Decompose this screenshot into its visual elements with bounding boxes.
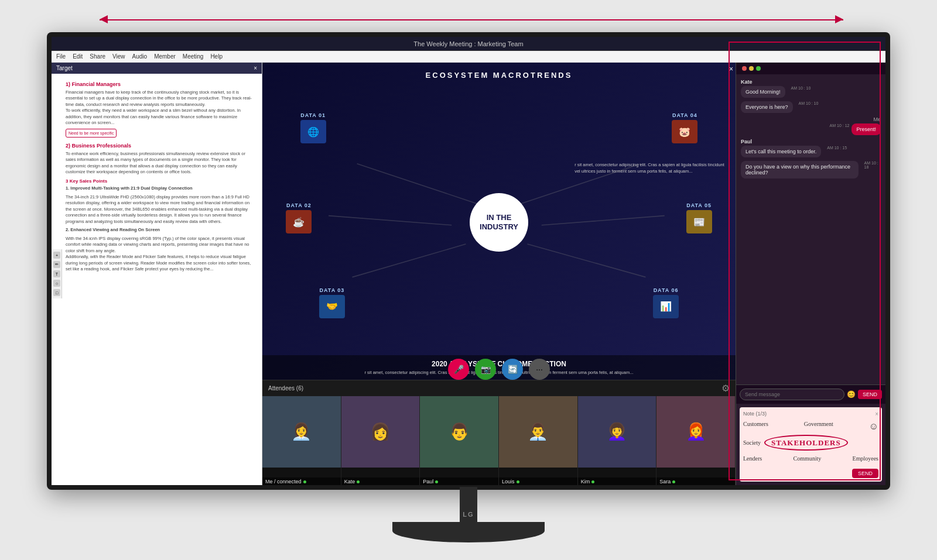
doc-key-point-2-text: With the 34-icnh IPS display covering sR… — [66, 236, 256, 273]
note-panel: Note (1/3) × Customers Government — [740, 407, 882, 482]
attendee-sara-name: Sara — [656, 477, 735, 485]
note-send-button[interactable]: SEND — [852, 469, 878, 478]
attendee-kate-name: Kate — [341, 477, 420, 485]
attendees-grid: 👩‍💼 Me / connected 👩 Kate 👨 Paul — [262, 396, 736, 486]
note-title: Note (1/3) — [743, 411, 767, 417]
attendee-louis: 👨‍💼 Louis — [499, 396, 578, 486]
chat-msg-kate-2: Everyone is here? AM 10 : 10 — [741, 101, 881, 113]
svg-line-5 — [527, 244, 645, 277]
svg-line-4 — [542, 216, 665, 225]
paul-online-dot — [435, 480, 438, 483]
doc-panel-close[interactable]: × — [254, 65, 257, 71]
note-content: Customers Government ☺ Society — [743, 420, 878, 463]
note-header: Note (1/3) × — [743, 411, 878, 417]
note-close-btn[interactable]: × — [875, 411, 878, 417]
attendee-sara: 👩‍🦰 Sara — [656, 396, 736, 486]
slide-content-overlay: r sit amet, consectetur adipiscing elit.… — [570, 157, 736, 179]
doc-text-2: To enhance work efficiency, business pro… — [66, 151, 256, 176]
doc-panel-title: Target — [56, 65, 73, 71]
doc-annotation: Need to be more specific — [66, 129, 117, 138]
svg-line-0 — [357, 164, 485, 207]
attendees-settings-icon[interactable]: ⚙ — [721, 383, 730, 394]
chat-bubble-paul-1: Let's call this meeting to order. — [741, 146, 821, 157]
data-node-02: DATA 02 ☕ — [286, 202, 312, 233]
arrow-line — [100, 19, 843, 20]
chat-input[interactable] — [740, 389, 844, 400]
arrow-right — [835, 15, 843, 23]
more-button[interactable]: ··· — [529, 359, 550, 380]
menu-audio[interactable]: Audio — [132, 53, 148, 60]
chat-input-area: 😊 SEND — [736, 384, 885, 404]
menu-edit[interactable]: Edit — [73, 53, 83, 60]
sara-online-dot — [672, 480, 675, 483]
kate-online-dot — [357, 480, 360, 483]
dot-green[interactable] — [756, 66, 761, 71]
doc-heading-1: 1) Financial Managers — [66, 81, 256, 88]
menu-help[interactable]: Help — [210, 53, 223, 60]
chat-msg-paul-1: Paul Let's call this meeting to order. A… — [741, 139, 881, 157]
meeting-app: The Weekly Meeting : Marketing Team File… — [52, 37, 885, 485]
mic-button[interactable]: 🎤 — [448, 359, 469, 380]
doc-tool-5[interactable]: □ — [53, 289, 60, 296]
data-node-05: DATA 05 📰 — [686, 202, 712, 233]
doc-tool-4[interactable]: ○ — [53, 280, 60, 287]
chat-send-button[interactable]: SEND — [858, 390, 882, 399]
doc-toolbar: + ✏ T ○ □ — [52, 249, 62, 298]
chat-panel: Kate Good Morning! AM 10 : 10 Everyone i… — [736, 63, 885, 485]
attendee-louis-bg: 👨‍💼 — [499, 396, 577, 468]
arrow-left — [100, 15, 108, 23]
doc-panel-content: 1) Financial Managers Financial managers… — [52, 74, 262, 483]
attendee-kim: 👩‍🦱 Kim — [578, 396, 657, 486]
note-community: Community — [793, 454, 821, 463]
menu-bar: File Edit Share View Audio Member Meetin… — [52, 51, 885, 63]
chat-time-paul-1: AM 10 : 15 — [827, 146, 847, 150]
chat-msg-paul-2: Do you have a view on why this performan… — [741, 161, 881, 178]
note-lenders: Lenders — [743, 454, 762, 463]
monitor-outer: The Weekly Meeting : Marketing Team File… — [47, 32, 890, 490]
note-smiley: ☺ — [869, 421, 878, 431]
chat-sender-paul: Paul — [741, 139, 881, 145]
note-customers: Customers — [743, 421, 768, 427]
doc-tool-3[interactable]: T — [53, 270, 60, 277]
menu-view[interactable]: View — [112, 53, 125, 60]
doc-key-point-1-title: 1. Improved Multi-Tasking with 21:9 Dual… — [66, 185, 256, 192]
share-button[interactable]: 🔄 — [502, 359, 523, 380]
chat-bubble-paul-2: Do you have a view on why this performan… — [741, 161, 859, 178]
menu-member[interactable]: Member — [154, 53, 176, 60]
attendee-me-bg: 👩‍💼 — [262, 396, 341, 468]
chat-time-me: AM 10 : 12 — [830, 123, 850, 128]
chat-messages: Kate Good Morning! AM 10 : 10 Everyone i… — [736, 74, 885, 384]
attendees-bar: Attendees (6) ⚙ 👩‍💼 Me / connected 👩 Kat… — [262, 380, 736, 486]
monitor-screen: The Weekly Meeting : Marketing Team File… — [52, 37, 885, 485]
pres-panel: × ECOSYSTEM MACROTRENDS — [262, 63, 736, 485]
pres-close-btn[interactable]: × — [729, 65, 733, 73]
chat-header-dots — [742, 66, 761, 71]
attendees-header: Attendees (6) ⚙ — [262, 380, 736, 396]
attendee-sara-bg: 👩‍🦰 — [656, 396, 735, 468]
attendee-kim-name: Kim — [578, 477, 656, 485]
dot-yellow[interactable] — [749, 66, 754, 71]
data-node-03: DATA 03 🤝 — [319, 287, 345, 318]
dot-red[interactable] — [742, 66, 747, 71]
data-node-04: DATA 04 🐷 — [672, 112, 697, 143]
doc-text-1: Financial managers have to keep track of… — [66, 90, 256, 126]
me-online-dot — [303, 480, 306, 483]
attendee-me: 👩‍💼 Me / connected — [262, 396, 341, 486]
menu-share[interactable]: Share — [90, 53, 105, 60]
emoji-icon[interactable]: 😊 — [847, 390, 856, 398]
note-stakeholders: STAKEHOLDERS — [764, 435, 848, 451]
attendee-kate-bg: 👩 — [341, 396, 420, 468]
attendee-paul-bg: 👨 — [420, 396, 498, 468]
title-bar-title: The Weekly Meeting : Marketing Team — [413, 40, 523, 47]
doc-tool-2[interactable]: ✏ — [53, 261, 60, 268]
chat-bubble-kate-1: Good Morning! — [741, 86, 785, 98]
data-node-01: DATA 01 🌐 — [300, 112, 326, 143]
menu-file[interactable]: File — [56, 53, 66, 60]
lg-logo: LG — [463, 511, 474, 518]
note-government: Government — [804, 421, 833, 427]
menu-meeting[interactable]: Meeting — [183, 53, 204, 60]
center-circle: IN THEINDUSTRY — [470, 193, 528, 252]
video-button[interactable]: 📷 — [475, 359, 496, 380]
doc-key-point-1-text: The 34-inch 21:9 UltraWide FHD (2560x108… — [66, 194, 256, 225]
doc-tool-1[interactable]: + — [53, 252, 60, 259]
